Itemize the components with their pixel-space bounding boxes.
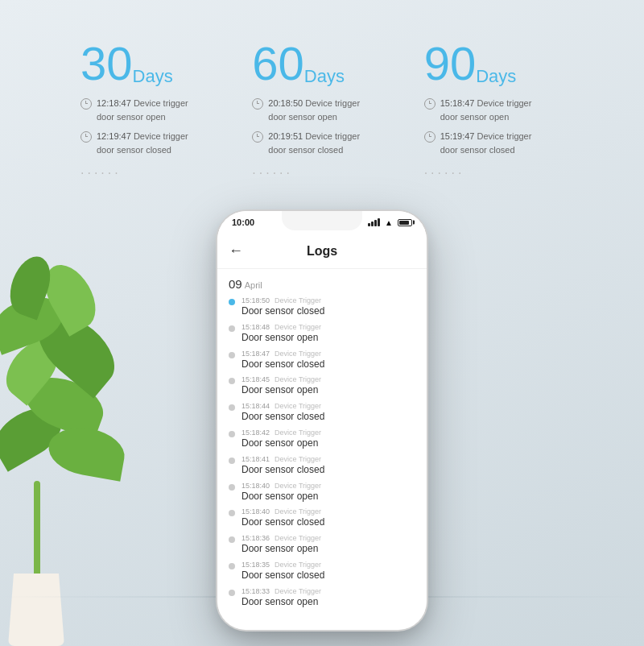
event-row: 12:18:47 Device trigger door sensor open	[80, 97, 252, 123]
log-time-trigger: 15:18:44Device Trigger	[242, 402, 415, 410]
log-time: 15:18:50	[242, 296, 270, 304]
log-entry: 15:18:33Device TriggerDoor sensor open	[229, 587, 415, 609]
log-status: Door sensor open	[242, 383, 415, 397]
log-trigger: Device Trigger	[275, 296, 321, 304]
event-row: 12:19:47 Device trigger door sensor clos…	[80, 130, 252, 156]
log-status: Door sensor closed	[242, 358, 415, 371]
log-dot	[229, 590, 235, 596]
log-time-trigger: 15:18:40Device Trigger	[242, 507, 415, 516]
day-number-30: 30Days	[80, 40, 252, 87]
log-time: 15:18:42	[242, 429, 270, 437]
clock-icon	[252, 131, 263, 143]
event-text: 15:19:47 Device trigger door sensor clos…	[440, 130, 532, 156]
log-trigger: Device Trigger	[275, 587, 321, 595]
log-time-trigger: 15:18:33Device Trigger	[242, 587, 415, 595]
app-header: ← Logs	[217, 234, 427, 269]
phone-body: 10:00 ▲ ← Logs	[217, 211, 427, 630]
log-time-trigger: 15:18:47Device Trigger	[242, 350, 415, 358]
signal-bars-icon	[368, 218, 380, 226]
plant-stem	[34, 481, 40, 578]
log-entry: 15:18:40Device TriggerDoor sensor closed	[229, 507, 415, 529]
log-entry: 15:18:50Device TriggerDoor sensor closed	[229, 296, 415, 318]
log-trigger: Device Trigger	[275, 534, 321, 542]
log-time: 15:18:41	[242, 455, 270, 463]
log-trigger: Device Trigger	[275, 561, 321, 569]
log-content: 15:18:48Device TriggerDoor sensor open	[242, 323, 415, 345]
dots-30: ......	[80, 163, 252, 177]
log-time: 15:18:44	[242, 402, 270, 410]
date-text: 09April	[229, 277, 262, 291]
log-entry: 15:18:36Device TriggerDoor sensor open	[229, 534, 415, 556]
day-block-60: 60Days 20:18:50 Device trigger door sens…	[252, 40, 423, 177]
log-trigger: Device Trigger	[275, 350, 321, 358]
event-text: 12:18:47 Device trigger door sensor open	[97, 97, 188, 123]
log-content: 15:18:40Device TriggerDoor sensor closed	[242, 507, 415, 529]
plant-pot	[8, 574, 64, 646]
day-number-90: 90Days	[424, 40, 596, 87]
log-trigger: Device Trigger	[275, 455, 321, 463]
log-time-trigger: 15:18:42Device Trigger	[242, 429, 415, 437]
day-events-30: 12:18:47 Device trigger door sensor open…	[80, 97, 252, 156]
log-dot	[229, 404, 235, 411]
plant-leaves	[0, 267, 137, 525]
log-status: Door sensor closed	[242, 410, 415, 424]
log-status: Door sensor open	[242, 595, 415, 609]
log-entry: 15:18:35Device TriggerDoor sensor closed	[229, 561, 415, 582]
log-status: Door sensor closed	[242, 463, 415, 477]
log-status: Door sensor closed	[242, 516, 415, 529]
day-number-60: 60Days	[252, 40, 423, 87]
log-entry: 15:18:41Device TriggerDoor sensor closed	[229, 455, 415, 477]
log-dot	[229, 431, 235, 437]
log-status: Door sensor open	[242, 542, 415, 556]
log-dot	[229, 458, 235, 464]
day-block-90: 90Days 15:18:47 Device trigger door sens…	[424, 40, 596, 177]
log-entry: 15:18:45Device TriggerDoor sensor open	[229, 375, 415, 397]
log-trigger: Device Trigger	[275, 429, 321, 437]
clock-icon	[424, 98, 436, 110]
log-dot	[229, 536, 235, 543]
log-time: 15:18:40	[242, 482, 270, 490]
log-time: 15:18:36	[242, 534, 270, 542]
log-trigger: Device Trigger	[275, 402, 321, 410]
log-dot	[229, 510, 235, 516]
log-content: 15:18:44Device TriggerDoor sensor closed	[242, 402, 415, 424]
log-entry: 15:18:40Device TriggerDoor sensor open	[229, 482, 415, 503]
log-status: Door sensor closed	[242, 304, 415, 318]
log-time-trigger: 15:18:50Device Trigger	[242, 296, 415, 304]
log-time: 15:18:48	[242, 323, 270, 331]
log-trigger: Device Trigger	[275, 507, 321, 516]
clock-icon	[80, 131, 92, 143]
log-time-trigger: 15:18:41Device Trigger	[242, 455, 415, 463]
dots-60: ......	[252, 163, 423, 177]
log-trigger: Device Trigger	[275, 375, 321, 383]
event-text: 12:19:47 Device trigger door sensor clos…	[97, 130, 188, 156]
wifi-icon: ▲	[385, 218, 393, 227]
log-dot	[229, 378, 235, 384]
clock-icon	[252, 98, 263, 110]
log-content: 15:18:35Device TriggerDoor sensor closed	[242, 561, 415, 582]
log-status: Door sensor open	[242, 437, 415, 450]
logs-list: 15:18:50Device TriggerDoor sensor closed…	[217, 296, 427, 630]
log-entry: 15:18:47Device TriggerDoor sensor closed	[229, 350, 415, 371]
log-dot	[229, 563, 235, 569]
back-button[interactable]: ←	[229, 242, 243, 259]
log-status: Door sensor open	[242, 490, 415, 503]
log-content: 15:18:47Device TriggerDoor sensor closed	[242, 350, 415, 371]
clock-icon	[80, 98, 92, 110]
log-time: 15:18:47	[242, 350, 270, 358]
log-content: 15:18:41Device TriggerDoor sensor closed	[242, 455, 415, 477]
log-time: 15:18:45	[242, 375, 270, 383]
day-block-30: 30Days 12:18:47 Device trigger door sens…	[80, 40, 252, 177]
log-content: 15:18:50Device TriggerDoor sensor closed	[242, 296, 415, 318]
clock-icon	[424, 131, 436, 143]
event-row: 20:19:51 Device trigger door sensor clos…	[252, 130, 423, 156]
battery-icon	[398, 219, 412, 226]
event-row: 15:18:47 Device trigger door sensor open	[424, 97, 596, 123]
signal-bar-4	[378, 218, 380, 226]
log-trigger: Device Trigger	[275, 323, 321, 331]
log-dot	[229, 325, 235, 332]
phone-mockup: 10:00 ▲ ← Logs	[217, 211, 427, 630]
log-status: Door sensor closed	[242, 569, 415, 582]
log-content: 15:18:36Device TriggerDoor sensor open	[242, 534, 415, 556]
signal-bar-3	[374, 220, 377, 226]
